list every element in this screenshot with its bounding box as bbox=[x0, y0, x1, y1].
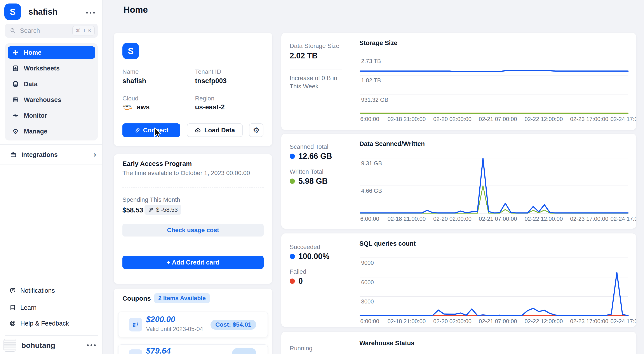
coupons-title: Coupons bbox=[122, 295, 151, 302]
tenant-logo: S bbox=[122, 43, 139, 59]
check-usage-label: Check usage cost bbox=[167, 227, 219, 234]
sidebar-item-monitor[interactable]: Monitor bbox=[8, 109, 95, 122]
red-dot-icon bbox=[290, 278, 295, 284]
running-label: Running bbox=[290, 345, 312, 352]
coupons-count-badge: 2 Items Available bbox=[154, 293, 210, 303]
sidebar-item-label: Worksheets bbox=[24, 65, 60, 72]
scanned-total-label: Scanned Total bbox=[290, 143, 328, 150]
early-access-subtitle: The time available to October 1, 2023 00… bbox=[122, 170, 250, 177]
sidebar-item-label: Monitor bbox=[24, 112, 47, 119]
divider bbox=[290, 70, 342, 70]
add-credit-card-button[interactable]: + Add Credit card bbox=[122, 256, 264, 269]
warehouse-status-panel: Running 1 Warehouse Status bbox=[281, 332, 636, 354]
sidebar-item-learn[interactable]: Learn bbox=[5, 301, 98, 314]
storage-size-label: Data Storage Size bbox=[290, 43, 339, 50]
sidebar-item-home[interactable]: Home bbox=[8, 46, 95, 59]
workspace-menu-icon[interactable] bbox=[85, 11, 96, 15]
connect-label: Connect bbox=[143, 127, 168, 134]
svg-text:aws: aws bbox=[123, 104, 131, 108]
cloud-value: aws bbox=[137, 103, 150, 111]
succeeded-value: 100.00% bbox=[290, 252, 330, 261]
sidebar-item-label: Help & Feedback bbox=[20, 320, 69, 327]
coupon-amount: $79.64 bbox=[146, 346, 171, 354]
search-icon bbox=[10, 28, 16, 34]
add-credit-card-label: + Add Credit card bbox=[166, 259, 219, 266]
coupon-item[interactable]: $200.00 Valid until 2023-05-04 Cost: $54… bbox=[118, 311, 268, 337]
workspace-switcher[interactable]: S shafish bbox=[4, 4, 98, 20]
name-label: Name bbox=[122, 68, 139, 75]
lifebuoy-icon bbox=[10, 320, 16, 327]
spending-label: Spending This Month bbox=[122, 196, 180, 203]
blue-dot-icon bbox=[290, 254, 295, 259]
region-value: us-east-2 bbox=[195, 103, 225, 111]
ticket-icon bbox=[148, 207, 154, 213]
book-icon bbox=[10, 304, 16, 311]
sidebar-item-warehouses[interactable]: Warehouses bbox=[8, 94, 95, 106]
tenant-id-value: tnscfp003 bbox=[195, 77, 227, 85]
region-label: Region bbox=[195, 95, 214, 102]
connect-button[interactable]: Connect bbox=[122, 123, 180, 137]
home-icon bbox=[12, 49, 19, 56]
aws-logo-icon: aws bbox=[122, 103, 133, 111]
ticket-icon bbox=[132, 320, 140, 329]
divider bbox=[351, 33, 351, 130]
divider bbox=[351, 134, 351, 229]
sidebar-item-manage[interactable]: ⚙ Manage bbox=[8, 125, 95, 137]
user-name: bohutang bbox=[22, 341, 86, 350]
coupon-item[interactable]: $79.64 bbox=[118, 344, 268, 354]
monitor-icon bbox=[12, 112, 19, 119]
sql-queries-x-axis: 6:00:0002-18 21:00:0002-20 02:00:0002-21… bbox=[360, 318, 628, 325]
divider bbox=[351, 332, 351, 354]
ticket-icon bbox=[132, 352, 140, 354]
sidebar-item-worksheets[interactable]: Worksheets bbox=[8, 62, 95, 74]
sidebar-item-notifications[interactable]: Notifications bbox=[5, 284, 98, 297]
cloud-upload-icon bbox=[194, 127, 201, 133]
sql-queries-chart-title: SQL queries count bbox=[360, 240, 416, 247]
gear-icon: ⚙ bbox=[253, 126, 260, 134]
sidebar-item-help-feedback[interactable]: Help & Feedback bbox=[5, 317, 98, 329]
check-usage-button[interactable]: Check usage cost bbox=[122, 224, 264, 236]
divider bbox=[122, 250, 264, 250]
user-menu[interactable]: bohutang bbox=[4, 339, 99, 352]
cloud-label: Cloud bbox=[122, 95, 138, 102]
avatar bbox=[4, 339, 16, 351]
green-dot-icon bbox=[290, 179, 295, 184]
search-placeholder: Search bbox=[20, 27, 72, 34]
sidebar-item-data[interactable]: Data bbox=[8, 78, 95, 90]
divider bbox=[351, 233, 351, 327]
early-access-title: Early Access Program bbox=[122, 160, 192, 167]
credit-badge: $ -58.53 bbox=[144, 205, 181, 215]
spending-value: $58.53 bbox=[122, 206, 143, 214]
page-title: Home bbox=[124, 5, 148, 15]
sidebar-item-label: Data bbox=[24, 81, 38, 88]
sidebar-item-label: Notifications bbox=[20, 287, 55, 294]
succeeded-label: Succeeded bbox=[290, 243, 320, 250]
paperclip-icon bbox=[134, 127, 140, 133]
workspace-name: shafish bbox=[28, 7, 58, 17]
sidebar: S shafish Search ⌘ + K Home Worksheets D… bbox=[0, 0, 103, 354]
written-total-label: Written Total bbox=[290, 168, 324, 175]
briefcase-icon bbox=[10, 151, 16, 158]
early-access-card: Early Access Program The time available … bbox=[114, 154, 272, 284]
scanned-total-value: 12.66 GB bbox=[290, 152, 332, 161]
sql-queries-count-chart: 900060003000 bbox=[360, 251, 628, 316]
load-data-label: Load Data bbox=[204, 127, 235, 134]
user-menu-icon[interactable] bbox=[86, 343, 97, 347]
sidebar-item-label: Integrations bbox=[22, 151, 90, 158]
blue-dot-icon bbox=[290, 154, 295, 159]
data-scanned-written-x-axis: 6:00:0002-18 21:00:0002-20 02:00:0002-21… bbox=[360, 215, 628, 222]
load-data-button[interactable]: Load Data bbox=[187, 123, 243, 137]
divider bbox=[5, 335, 98, 336]
coupon-cost-badge: Cost: $54.01 bbox=[210, 320, 256, 330]
coupons-card: Coupons 2 Items Available $200.00 Valid … bbox=[114, 289, 272, 354]
workspace-initial: S bbox=[10, 7, 16, 17]
tenant-settings-button[interactable]: ⚙ bbox=[249, 123, 264, 137]
search-input[interactable]: Search ⌘ + K bbox=[5, 24, 98, 38]
sidebar-item-integrations[interactable]: Integrations → bbox=[0, 144, 103, 165]
gear-icon: ⚙ bbox=[12, 128, 19, 135]
credit-badge-label: $ -58.53 bbox=[156, 207, 178, 213]
storage-increase-note: Increase of 0 B inThis Week bbox=[290, 74, 344, 91]
account-card: S Name shafish Tenant ID tnscfp003 Cloud… bbox=[114, 33, 272, 146]
coupon-icon-tile bbox=[129, 318, 142, 331]
tenant-id-label: Tenant ID bbox=[195, 68, 221, 75]
